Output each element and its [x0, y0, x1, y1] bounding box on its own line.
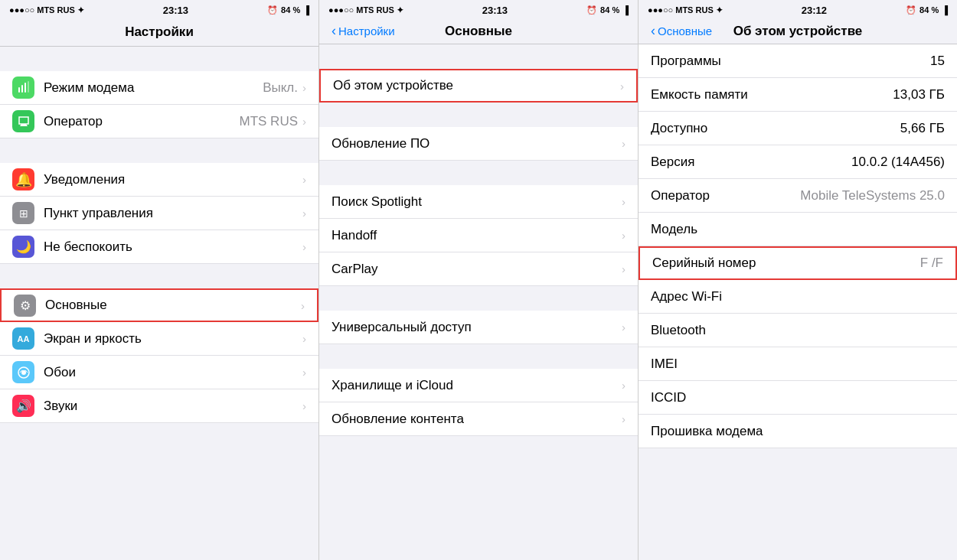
section-spacer3 [0, 264, 318, 288]
available-label: Доступно [651, 121, 743, 136]
control-center-label: Пункт управления [44, 206, 302, 221]
g2-s2: Обновление ПО › [319, 103, 638, 161]
iccid-row: ICCID [639, 381, 957, 415]
bg-update-label: Обновление контента [332, 412, 622, 427]
status-left-3: ●●●○○ MTS RUS ✦ [648, 5, 723, 15]
wifi-addr-row: Адрес Wi-Fi [639, 280, 957, 314]
battery-icon-3: ▐ [942, 5, 948, 15]
group2-screen1: 🔔 Уведомления › ⊞ Пункт управления › 🌙 Н… [0, 138, 318, 264]
dnd-row[interactable]: 🌙 Не беспокоить › [0, 230, 318, 264]
serial-row: Серийный номер F /F [639, 246, 957, 280]
general-list: Об этом устройстве › Обновление ПО › Пои… [319, 44, 638, 560]
svg-rect-3 [28, 81, 29, 93]
svg-rect-1 [21, 85, 23, 93]
carrier-3: MTS RUS [675, 5, 714, 15]
display-row[interactable]: AA Экран и яркость › [0, 322, 318, 356]
general-row[interactable]: ⚙ Основные › [0, 288, 318, 322]
update-chevron: › [622, 137, 625, 150]
carrier-info-label: Оператор [651, 188, 743, 203]
modem-chevron: › [302, 81, 306, 94]
carplay-row[interactable]: CarPlay › [319, 252, 638, 286]
status-bar-2: ●●●○○ MTS RUS ✦ 23:13 ⏰ 84 % ▐ [319, 0, 638, 18]
storage-capacity-row: Емкость памяти 13,03 ГБ [639, 78, 957, 112]
iccid-label: ICCID [651, 390, 743, 405]
status-left-2: ●●●○○ MTS RUS ✦ [328, 5, 403, 15]
wifi-addr-label: Адрес Wi-Fi [651, 289, 743, 304]
storage-chevron: › [622, 379, 625, 392]
screen1-title: Настройки [12, 24, 306, 40]
notifications-icon: 🔔 [12, 168, 34, 190]
wallpaper-row[interactable]: Обои › [0, 356, 318, 389]
screen2-general: ●●●○○ MTS RUS ✦ 23:13 ⏰ 84 % ▐ ‹ Настрой… [319, 0, 639, 560]
general-icon: ⚙ [14, 295, 36, 317]
back-btn-2[interactable]: ‹ Настройки [332, 24, 395, 37]
spacer-g5-s2 [319, 344, 638, 369]
battery-icon-1: ▐ [303, 5, 309, 15]
control-center-row[interactable]: ⊞ Пункт управления › [0, 197, 318, 230]
storage-capacity-value: 13,03 ГБ [748, 87, 945, 103]
version-label: Версия [651, 155, 743, 170]
dnd-icon: 🌙 [12, 236, 34, 258]
spacer-g2-s2 [319, 103, 638, 127]
control-center-icon: ⊞ [12, 202, 34, 224]
wallpaper-label: Обои [44, 365, 302, 380]
operator-row[interactable]: Оператор MTS RUS › [0, 105, 318, 138]
group3-screen1: ⚙ Основные › AA Экран и яркость › Обои [0, 264, 318, 423]
version-row: Версия 10.0.2 (14A456) [639, 145, 957, 179]
accessibility-row[interactable]: Универсальный доступ › [319, 311, 638, 344]
programs-row: Программы 15 [639, 44, 957, 78]
sounds-icon: 🔊 [12, 395, 34, 417]
spotlight-row[interactable]: Поиск Spotlight › [319, 185, 638, 219]
back-chevron-2: ‹ [332, 24, 336, 37]
battery-percent-2: 84 % [600, 5, 619, 15]
back-btn-3[interactable]: ‹ Основные [651, 24, 712, 37]
carrier-2: MTS RUS [356, 5, 394, 15]
imei-label: IMEI [651, 357, 743, 372]
storage-row[interactable]: Хранилище и iCloud › [319, 369, 638, 402]
battery-percent-1: 84 % [281, 5, 300, 15]
about-group: Программы 15 Емкость памяти 13,03 ГБ Дос… [639, 44, 957, 448]
update-row[interactable]: Обновление ПО › [319, 127, 638, 161]
serial-label: Серийный номер [652, 256, 756, 271]
svg-rect-2 [24, 83, 26, 93]
notifications-row[interactable]: 🔔 Уведомления › [0, 163, 318, 197]
display-label: Экран и яркость [44, 331, 302, 347]
screen3-about: ●●●○○ MTS RUS ✦ 23:12 ⏰ 84 % ▐ ‹ Основны… [639, 0, 957, 560]
signal-3: ●●●○○ [648, 5, 673, 15]
modem-fw-label: Прошивка модема [651, 424, 763, 439]
about-row[interactable]: Об этом устройстве › [319, 69, 638, 103]
time-1: 23:13 [163, 5, 188, 16]
accessibility-chevron: › [622, 321, 625, 334]
g4-s2: Универсальный доступ › [319, 286, 638, 344]
sounds-row[interactable]: 🔊 Звуки › [0, 389, 318, 423]
status-bar-3: ●●●○○ MTS RUS ✦ 23:12 ⏰ 84 % ▐ [639, 0, 957, 18]
g5-s2: Хранилище и iCloud › Обновление контента… [319, 344, 638, 436]
wifi-2: ✦ [397, 5, 403, 15]
sounds-chevron: › [302, 399, 306, 412]
spacer-g3-s2 [319, 161, 638, 185]
bg-update-row[interactable]: Обновление контента › [319, 402, 638, 436]
modem-row[interactable]: Режим модема Выкл. › [0, 71, 318, 105]
carplay-label: CarPlay [332, 262, 622, 277]
programs-value: 15 [743, 54, 945, 69]
screen2-title: Основные [445, 24, 512, 39]
group1-screen1: Режим модема Выкл. › Оператор MTS RUS › [0, 47, 318, 138]
model-row: Модель [639, 213, 957, 246]
notifications-label: Уведомления [44, 172, 302, 187]
operator-chevron: › [302, 115, 306, 128]
general-label: Основные [45, 298, 301, 313]
alarm-1: ⏰ [267, 5, 278, 15]
signal-2: ●●●○○ [328, 5, 354, 15]
alarm-2: ⏰ [586, 5, 597, 15]
status-left-1: ●●●○○ MTS RUS ✦ [9, 5, 84, 15]
display-icon: AA [12, 327, 34, 350]
carrier-info-value: Mobile TeleSystems 25.0 [743, 188, 945, 203]
about-list: Программы 15 Емкость памяти 13,03 ГБ Дос… [639, 44, 957, 560]
handoff-row[interactable]: Handoff › [319, 219, 638, 252]
modem-icon [12, 77, 34, 99]
bluetooth-label: Bluetooth [651, 323, 743, 338]
back-label-2: Настройки [338, 24, 395, 37]
status-right-2: ⏰ 84 % ▐ [586, 5, 629, 15]
section-spacer [0, 47, 318, 71]
model-label: Модель [651, 222, 743, 237]
